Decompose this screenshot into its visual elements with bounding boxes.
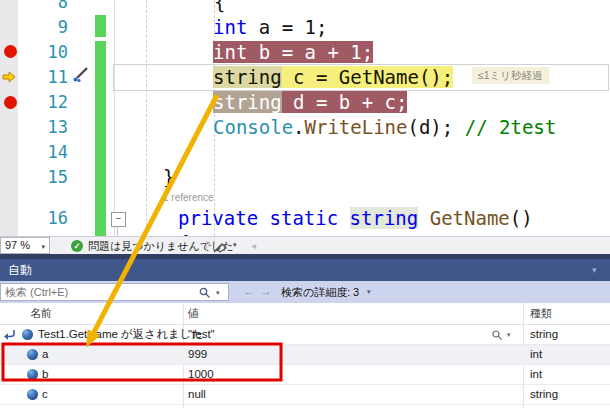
current-statement: c = GetName();: [282, 66, 454, 88]
search-icon[interactable]: [199, 287, 211, 299]
code-text: (d);: [407, 116, 464, 138]
keyword: private static: [178, 207, 350, 229]
code-text: {: [214, 0, 225, 15]
search-forward-button[interactable]: →: [260, 281, 272, 303]
codelens-references[interactable]: 1 reference: [163, 190, 214, 206]
search-back-button[interactable]: ←: [243, 281, 255, 303]
autos-window-title: 自動: [8, 259, 32, 281]
value-magnifier-icon[interactable]: [492, 330, 503, 341]
field-icon: [27, 389, 38, 400]
variable-type: int: [530, 345, 542, 364]
perf-tip[interactable]: ≤1ミリ秒経過: [472, 67, 549, 84]
field-icon: [27, 369, 38, 380]
vs-debug-screen: 8 { 9 int a = 1; 10 int b = a + 1; 11 st…: [0, 0, 610, 408]
variable-name: a: [42, 345, 48, 364]
column-header-value[interactable]: 値: [188, 303, 199, 324]
variable-name: b: [42, 365, 48, 384]
code-text: }: [163, 165, 174, 190]
scrollbar-left-arrow[interactable]: ◂: [251, 238, 256, 254]
zoom-level-value: 97 %: [5, 238, 30, 253]
line-number: 15: [18, 165, 68, 190]
line-number: 10: [18, 40, 68, 65]
search-depth-value[interactable]: 3: [353, 281, 359, 303]
keyword: int: [213, 16, 247, 38]
code-text: a = 1;: [247, 16, 327, 38]
chevron-down-icon[interactable]: ▾: [367, 288, 371, 296]
code-cleanup-broom-icon[interactable]: [213, 240, 229, 253]
divider: [206, 241, 207, 251]
code-editor[interactable]: 8 { 9 int a = 1; 10 int b = a + 1; 11 st…: [0, 0, 610, 236]
keyword: string: [213, 66, 282, 88]
table-row-variable-c[interactable]: c null string: [0, 385, 610, 405]
zoom-level-combo[interactable]: 97 % ▾: [0, 237, 50, 254]
code-line-15: 15 }: [0, 165, 610, 190]
variable-type: string: [530, 385, 558, 404]
chevron-down-icon[interactable]: ▾: [507, 331, 511, 339]
variable-value: "test": [188, 325, 215, 344]
health-check-icon[interactable]: ✓: [71, 240, 83, 252]
code-text: .: [293, 116, 304, 138]
editor-status-bar: 97 % ▾ ✓ 問題は見つかりませんでした ▾ ◂: [0, 236, 610, 254]
keyword-highlighted: string: [350, 207, 419, 229]
pin-tool-icon[interactable]: [70, 65, 90, 85]
variable-value: null: [188, 385, 206, 404]
search-input[interactable]: [1, 284, 228, 300]
method-name: WriteLine: [305, 116, 408, 138]
table-row-variable-a[interactable]: a 999 int: [0, 345, 610, 365]
code-line-10: 10 int b = a + 1;: [0, 40, 610, 65]
autos-variables-grid: 名前 値 種類 Test1.GetName が返されました "test" ▾ s…: [0, 303, 610, 408]
code-line-12: 12 string d = b + c;: [0, 90, 610, 115]
column-header-name[interactable]: 名前: [30, 303, 52, 324]
grid-header: 名前 値 種類: [0, 303, 610, 325]
code-text: [418, 207, 429, 229]
chevron-down-icon[interactable]: ▾: [592, 259, 597, 281]
variable-type: string: [530, 325, 558, 344]
line-number: 9: [18, 15, 68, 40]
line-number: 8: [18, 0, 68, 15]
chevron-down-icon[interactable]: ▾: [233, 241, 237, 249]
code-line-16: 16 private static string GetName(): [0, 206, 610, 231]
class-name: Console: [213, 116, 293, 138]
breakpoint-icon[interactable]: [4, 45, 17, 58]
breakpoint-icon[interactable]: [4, 96, 17, 109]
variable-value: 999: [188, 345, 207, 364]
breakpoint-highlighted-code: int b = a + 1;: [213, 41, 373, 63]
autos-window-titlebar[interactable]: 自動 ▾: [0, 259, 610, 281]
breakpoint-highlighted-code: d = b + c;: [282, 91, 408, 113]
line-number: 16: [18, 206, 68, 231]
code-line-13: 13 Console.WriteLine(d); // 2test: [0, 115, 610, 140]
line-number: 13: [18, 115, 68, 140]
line-number: 12: [18, 90, 68, 115]
code-line-8: 8 {: [0, 0, 610, 15]
field-icon: [27, 349, 38, 360]
code-line-9: 9 int a = 1;: [0, 15, 610, 40]
line-number: 14: [18, 140, 68, 165]
field-icon: [22, 329, 33, 340]
line-number: 11: [18, 65, 68, 90]
health-status-text[interactable]: 問題は見つかりませんでした: [88, 238, 234, 254]
search-box[interactable]: ▾: [0, 283, 229, 301]
keyword: string: [213, 91, 282, 113]
method-name: GetName: [430, 207, 510, 229]
comment: // 2test: [465, 116, 557, 138]
variable-type: int: [530, 365, 542, 384]
chevron-down-icon: ▾: [41, 239, 45, 254]
table-row-returned-value[interactable]: Test1.GetName が返されました "test" ▾ string: [0, 325, 610, 345]
code-text: (): [510, 207, 533, 229]
variable-name: Test1.GetName が返されました: [38, 325, 203, 344]
fold-collapse-button[interactable]: −: [111, 212, 126, 227]
current-statement-arrow-icon[interactable]: [2, 71, 17, 83]
return-value-arrow-icon: [3, 329, 16, 341]
table-row-variable-b[interactable]: b 1000 int: [0, 365, 610, 385]
column-header-type[interactable]: 種類: [530, 303, 552, 324]
fold-region-line: [117, 226, 118, 236]
autos-toolbar: ▾ ← → 検索の詳細度: 3 ▾: [0, 281, 610, 303]
search-depth-label: 検索の詳細度:: [281, 281, 350, 303]
variable-value: 1000: [188, 365, 214, 384]
variable-name: c: [42, 385, 48, 404]
code-line-14: 14: [0, 140, 610, 165]
chevron-down-icon[interactable]: ▾: [216, 289, 220, 297]
